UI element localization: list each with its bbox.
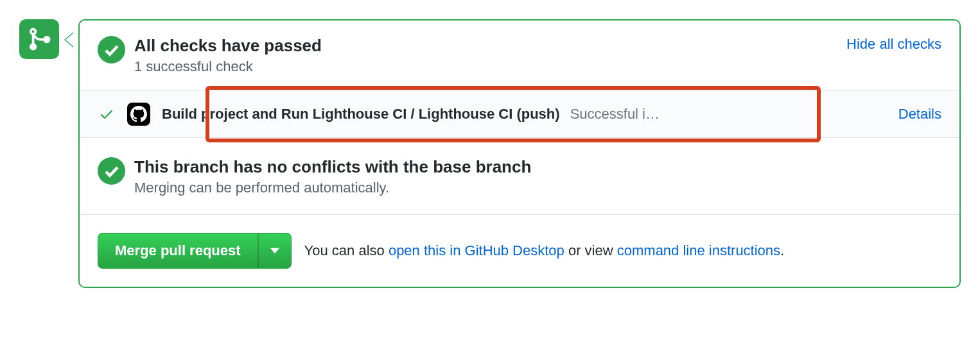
panel-arrow [59, 19, 78, 59]
git-merge-icon [26, 26, 52, 52]
checks-summary-text: All checks have passed 1 successful chec… [134, 36, 837, 75]
merge-status-icon-box [19, 19, 59, 59]
checks-summary-section: All checks have passed 1 successful chec… [80, 21, 959, 91]
merge-pull-request-button[interactable]: Merge pull request [98, 233, 258, 269]
caret-down-icon [270, 248, 279, 254]
check-icon [104, 164, 119, 179]
conflicts-title: This branch has no conflicts with the ba… [134, 157, 941, 177]
merge-options-dropdown-button[interactable] [258, 233, 292, 269]
success-status-circle [98, 36, 125, 63]
footer-text-mid: or view [564, 242, 617, 258]
checks-title: All checks have passed [134, 36, 837, 56]
success-status-circle [98, 157, 125, 185]
footer-text-prefix: You can also [304, 242, 389, 258]
checks-subtitle: 1 successful check [134, 58, 837, 75]
check-success-icon [98, 106, 116, 122]
check-item: Build project and Run Lighthouse CI / Li… [80, 91, 959, 138]
merge-footer-text: You can also open this in GitHub Desktop… [304, 242, 785, 259]
check-details-link[interactable]: Details [898, 106, 941, 122]
check-name[interactable]: Build project and Run Lighthouse CI / Li… [162, 106, 560, 122]
command-line-instructions-link[interactable]: command line instructions [617, 242, 780, 258]
check-icon [104, 42, 119, 58]
merge-button-group: Merge pull request [98, 233, 292, 269]
open-github-desktop-link[interactable]: open this in GitHub Desktop [389, 242, 564, 258]
github-avatar [127, 103, 150, 126]
merge-panel: All checks have passed 1 successful chec… [78, 19, 961, 288]
github-icon [130, 106, 147, 122]
conflicts-subtitle: Merging can be performed automatically. [134, 180, 941, 196]
footer-text-suffix: . [780, 242, 784, 258]
merge-footer: Merge pull request You can also open thi… [80, 215, 959, 287]
check-status: Successful i… [570, 106, 660, 122]
hide-checks-link[interactable]: Hide all checks [846, 36, 941, 53]
conflicts-section: This branch has no conflicts with the ba… [80, 138, 959, 215]
